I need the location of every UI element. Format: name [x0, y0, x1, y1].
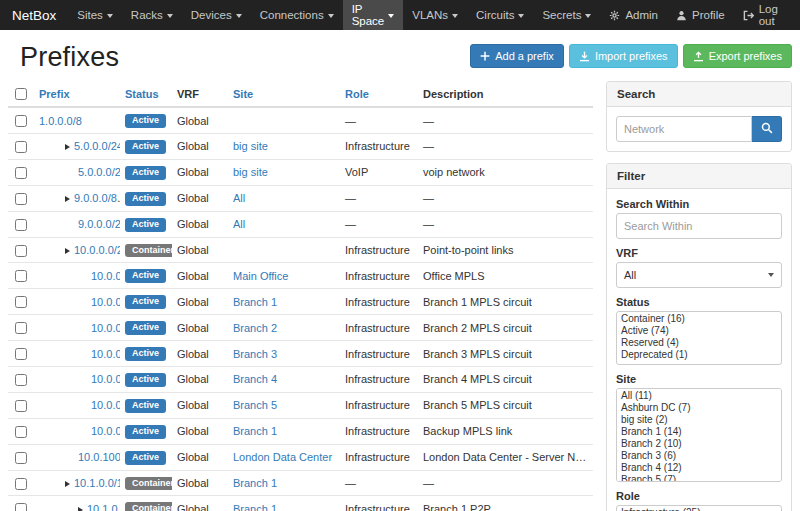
row-checkbox[interactable]	[15, 400, 27, 412]
import-prefixes-button[interactable]: Import prefixes	[569, 44, 678, 68]
site-cell: Branch 4	[228, 367, 340, 393]
prefix-row: 10.0.0.132/31ActiveGlobalBranch 3Infrast…	[8, 341, 593, 367]
row-checkbox[interactable]	[15, 503, 27, 511]
search-input[interactable]	[616, 116, 752, 142]
site-link[interactable]: Main Office	[233, 270, 288, 282]
prefix-link[interactable]: 10.0.0.0/24	[74, 244, 120, 256]
row-checkbox[interactable]	[15, 426, 27, 438]
filter-option[interactable]: All (11)	[617, 390, 781, 402]
nav-item-connections[interactable]: Connections	[251, 0, 343, 30]
page-actions: Add a prefixImport prefixesExport prefix…	[470, 44, 792, 68]
site-filter-label: Site	[616, 373, 782, 385]
status-multiselect[interactable]: Container (16)Active (74)Reserved (4)Dep…	[616, 311, 782, 365]
site-multiselect[interactable]: All (11)Ashburn DC (7)big site (2)Branch…	[616, 388, 782, 482]
column-header-role[interactable]: Role	[340, 81, 418, 107]
prefix-link[interactable]: 10.0.0.134/31	[91, 373, 120, 385]
site-link[interactable]: Branch 1	[233, 503, 277, 511]
row-checkbox[interactable]	[15, 296, 27, 308]
expand-arrow-icon	[65, 196, 70, 202]
description-cell: Branch 1 P2P	[418, 496, 593, 511]
site-link[interactable]: All	[233, 192, 245, 204]
filter-option[interactable]: Branch 5 (7)	[617, 474, 781, 482]
vrf-select[interactable]: All	[616, 262, 782, 288]
prefix-link[interactable]: 10.0.0.0/31	[91, 270, 120, 282]
filter-option[interactable]: Active (74)	[617, 325, 781, 337]
filter-option[interactable]: Container (16)	[617, 313, 781, 325]
prefix-link[interactable]: 10.1.0.0/16	[74, 477, 120, 489]
filter-option[interactable]: Reserved (4)	[617, 337, 781, 349]
nav-item-ip-space[interactable]: IP Space	[343, 0, 404, 30]
filter-option[interactable]: Infrastructure (25)	[617, 507, 781, 511]
vrf-cell: Global	[172, 159, 228, 185]
site-link[interactable]: Branch 4	[233, 373, 277, 385]
row-checkbox[interactable]	[15, 141, 27, 153]
site-cell: Branch 5	[228, 392, 340, 418]
prefix-link[interactable]: 5.0.0.0/25	[78, 166, 120, 178]
filter-option[interactable]: Branch 1 (14)	[617, 426, 781, 438]
column-header-site[interactable]: Site	[228, 81, 340, 107]
nav-item-circuits[interactable]: Circuits	[467, 0, 533, 30]
site-link[interactable]: Branch 1	[233, 477, 277, 489]
prefix-row: 10.1.0.0/24ContainerGlobalBranch 1Infras…	[8, 496, 593, 511]
row-checkbox[interactable]	[15, 219, 27, 231]
filter-option[interactable]: Branch 2 (10)	[617, 438, 781, 450]
site-link[interactable]: Branch 1	[233, 296, 277, 308]
site-link[interactable]: Branch 2	[233, 322, 277, 334]
site-link[interactable]: Branch 3	[233, 348, 277, 360]
search-within-input[interactable]	[616, 213, 782, 239]
row-checkbox[interactable]	[15, 374, 27, 386]
app-brand[interactable]: NetBox	[8, 0, 68, 30]
expand-arrow-icon	[65, 248, 70, 254]
row-checkbox[interactable]	[15, 348, 27, 360]
prefix-link[interactable]: 10.0.100.0/24	[78, 451, 120, 463]
row-checkbox[interactable]	[15, 452, 27, 464]
add-a-prefix-button[interactable]: Add a prefix	[470, 44, 564, 68]
nav-item-secrets[interactable]: Secrets	[533, 0, 600, 30]
site-link[interactable]: Branch 5	[233, 399, 277, 411]
status-badge: Active	[125, 451, 166, 465]
filter-option[interactable]: Deprecated (1)	[617, 349, 781, 361]
row-checkbox[interactable]	[15, 270, 27, 282]
column-header-prefix[interactable]: Prefix	[34, 81, 120, 107]
export-prefixes-button[interactable]: Export prefixes	[683, 44, 792, 68]
vrf-cell: Global	[172, 418, 228, 444]
select-all-checkbox[interactable]	[15, 88, 27, 100]
prefix-link[interactable]: 9.0.0.0/8	[74, 192, 117, 204]
row-checkbox[interactable]	[15, 193, 27, 205]
role-multiselect[interactable]: Infrastructure (25)Management (8)Private…	[616, 505, 782, 511]
site-link[interactable]: London Data Center	[233, 451, 332, 463]
row-checkbox[interactable]	[15, 245, 27, 257]
prefix-link[interactable]: 9.0.0.0/24	[78, 218, 120, 230]
column-header-status[interactable]: Status	[120, 81, 172, 107]
nav-item-vlans[interactable]: VLANs	[403, 0, 467, 30]
row-checkbox[interactable]	[15, 115, 27, 127]
site-link[interactable]: big site	[233, 166, 268, 178]
user-menu-log-out[interactable]: Log out	[734, 0, 792, 30]
row-checkbox[interactable]	[15, 478, 27, 490]
user-menu-admin[interactable]: Admin	[600, 0, 667, 30]
nav-item-racks[interactable]: Racks	[122, 0, 182, 30]
filter-option[interactable]: Branch 3 (6)	[617, 450, 781, 462]
nav-item-sites[interactable]: Sites	[68, 0, 122, 30]
prefix-link[interactable]: 10.0.0.132/31	[91, 348, 120, 360]
prefix-link[interactable]: 10.0.0.136/31	[91, 399, 120, 411]
prefix-link[interactable]: 5.0.0.0/24	[74, 140, 120, 152]
row-checkbox[interactable]	[15, 167, 27, 179]
site-link[interactable]: Branch 1	[233, 425, 277, 437]
prefix-table: PrefixStatusVRFSiteRoleDescription 1.0.0…	[8, 81, 593, 511]
prefix-link[interactable]: 10.0.0.130/31	[91, 322, 120, 334]
user-menu-profile[interactable]: Profile	[667, 0, 734, 30]
status-badge: Active	[125, 140, 166, 154]
search-button[interactable]	[752, 116, 782, 142]
site-link[interactable]: big site	[233, 140, 268, 152]
row-checkbox[interactable]	[15, 322, 27, 334]
filter-option[interactable]: Branch 4 (12)	[617, 462, 781, 474]
site-link[interactable]: All	[233, 218, 245, 230]
prefix-link[interactable]: 10.0.0.128/31	[91, 296, 120, 308]
filter-option[interactable]: Ashburn DC (7)	[617, 402, 781, 414]
prefix-link[interactable]: 1.0.0.0/8	[39, 115, 82, 127]
nav-item-devices[interactable]: Devices	[182, 0, 251, 30]
prefix-link[interactable]: 10.1.0.0/24	[87, 503, 120, 511]
prefix-link[interactable]: 10.0.0.138/31	[91, 425, 120, 437]
filter-option[interactable]: big site (2)	[617, 414, 781, 426]
